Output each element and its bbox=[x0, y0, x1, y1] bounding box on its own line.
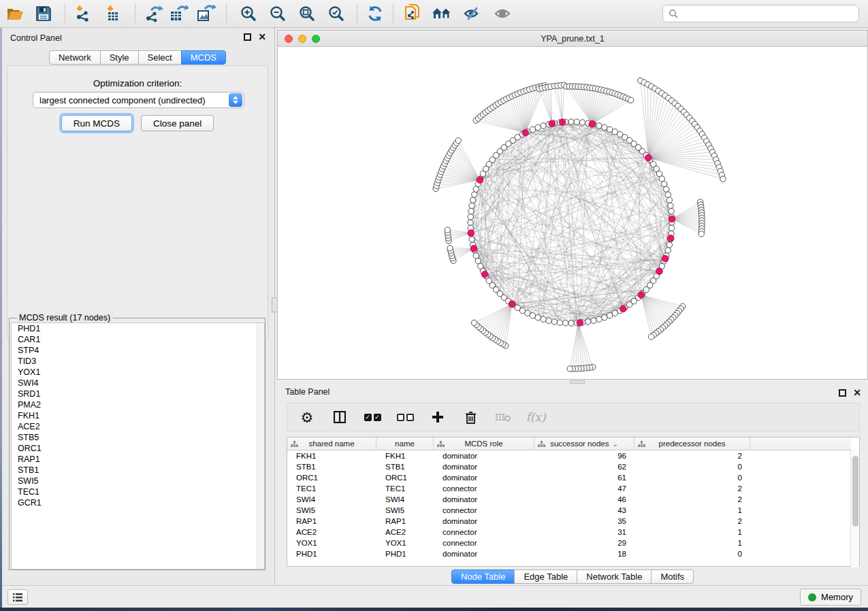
table-cell[interactable]: 96 bbox=[534, 450, 634, 461]
table-cell[interactable]: connector bbox=[434, 527, 534, 538]
network-leaf-node[interactable] bbox=[698, 231, 704, 237]
mcds-result-item[interactable]: TID3 bbox=[12, 356, 264, 367]
tab-mcds[interactable]: MCDS bbox=[181, 50, 226, 65]
network-mcds-node[interactable] bbox=[477, 177, 483, 184]
network-node[interactable] bbox=[574, 119, 579, 125]
network-node[interactable] bbox=[662, 181, 667, 186]
export-network-button[interactable] bbox=[140, 2, 167, 25]
table-cell[interactable]: STB1 bbox=[287, 461, 376, 472]
open-session-button[interactable] bbox=[1, 2, 29, 25]
table-cell[interactable]: 2 bbox=[634, 494, 750, 505]
network-node[interactable] bbox=[563, 320, 568, 326]
mcds-result-item[interactable]: SWI5 bbox=[12, 476, 264, 486]
network-mcds-node[interactable] bbox=[549, 120, 556, 127]
table-row[interactable]: STB1STB1dominator620 bbox=[287, 461, 851, 472]
network-node[interactable] bbox=[596, 316, 602, 322]
mcds-result-item[interactable]: STB1 bbox=[12, 465, 264, 476]
first-neighbors-button[interactable] bbox=[428, 2, 455, 25]
network-node[interactable] bbox=[568, 320, 574, 326]
table-cell[interactable]: 18 bbox=[534, 548, 634, 559]
table-row[interactable]: YOX1YOX1connector291 bbox=[287, 538, 851, 548]
network-node[interactable] bbox=[668, 203, 673, 208]
network-node[interactable] bbox=[557, 320, 562, 325]
table-cell[interactable]: connector bbox=[434, 505, 534, 516]
export-table-button[interactable] bbox=[165, 2, 193, 25]
network-leaf-node[interactable] bbox=[455, 137, 461, 143]
table-cell[interactable]: 2 bbox=[634, 516, 750, 527]
table-cell[interactable]: dominator bbox=[434, 450, 534, 461]
mcds-result-item[interactable]: YOX1 bbox=[12, 367, 264, 378]
table-scrollbar[interactable] bbox=[850, 450, 859, 567]
zoom-fit-button[interactable] bbox=[293, 2, 321, 25]
network-node[interactable] bbox=[568, 119, 574, 125]
network-mcds-node[interactable] bbox=[669, 216, 675, 222]
table-cell[interactable]: SWI5 bbox=[376, 505, 434, 516]
show-all-button[interactable] bbox=[489, 2, 516, 25]
table-cell[interactable]: 35 bbox=[534, 516, 634, 527]
table-cell[interactable]: 0 bbox=[634, 548, 750, 559]
table-cell[interactable]: 61 bbox=[534, 472, 634, 483]
network-node[interactable] bbox=[469, 237, 475, 242]
network-node[interactable] bbox=[602, 314, 607, 320]
network-mcds-node[interactable] bbox=[509, 301, 515, 308]
table-cell[interactable]: connector bbox=[434, 483, 534, 494]
table-cell[interactable]: ORC1 bbox=[376, 472, 434, 483]
import-network-button[interactable] bbox=[69, 2, 97, 25]
zoom-in-button[interactable] bbox=[235, 2, 262, 25]
network-node[interactable] bbox=[470, 197, 476, 203]
network-node[interactable] bbox=[666, 242, 672, 248]
network-mcds-node[interactable] bbox=[468, 230, 475, 237]
network-node[interactable] bbox=[546, 318, 551, 323]
new-network-from-selection-button[interactable] bbox=[399, 2, 426, 25]
table-cell[interactable]: TEC1 bbox=[376, 483, 434, 494]
network-node[interactable] bbox=[469, 203, 475, 208]
network-node[interactable] bbox=[535, 314, 541, 320]
apply-layout-button[interactable] bbox=[361, 2, 389, 25]
table-row[interactable]: ACE2ACE2connector311 bbox=[287, 527, 851, 538]
network-mcds-node[interactable] bbox=[559, 119, 566, 126]
close-panel-icon[interactable]: ✕ bbox=[258, 33, 266, 41]
zoom-out-button[interactable] bbox=[264, 2, 291, 25]
deselect-all-rows-button[interactable] bbox=[396, 407, 414, 427]
network-leaf-node[interactable] bbox=[720, 176, 726, 182]
export-image-button[interactable] bbox=[193, 2, 220, 25]
mcds-result-item[interactable]: GCR1 bbox=[12, 497, 264, 508]
network-node[interactable] bbox=[530, 127, 535, 132]
network-node[interactable] bbox=[541, 316, 546, 322]
run-mcds-button[interactable]: Run MCDS bbox=[61, 115, 132, 131]
table-cell[interactable]: FKH1 bbox=[376, 450, 434, 461]
table-row[interactable]: RAP1RAP1dominator352 bbox=[287, 516, 851, 527]
table-cell[interactable]: PHD1 bbox=[376, 548, 434, 559]
table-row[interactable]: SWI4SWI4dominator462 bbox=[287, 494, 851, 505]
network-node[interactable] bbox=[468, 220, 473, 225]
mcds-result-item[interactable]: RAP1 bbox=[12, 454, 264, 465]
table-cell[interactable]: connector bbox=[434, 538, 534, 548]
mcds-result-item[interactable]: ACE2 bbox=[12, 421, 264, 432]
mcds-result-item[interactable]: STB5 bbox=[12, 432, 264, 443]
delete-column-button[interactable] bbox=[462, 407, 479, 427]
network-node[interactable] bbox=[665, 248, 671, 253]
network-node[interactable] bbox=[475, 258, 481, 263]
network-node[interactable] bbox=[473, 186, 479, 192]
hide-selected-button[interactable] bbox=[459, 2, 486, 25]
network-node[interactable] bbox=[585, 319, 591, 325]
network-node[interactable] bbox=[541, 123, 546, 129]
task-history-button[interactable] bbox=[7, 589, 28, 605]
mcds-result-item[interactable]: ORC1 bbox=[12, 443, 264, 454]
mcds-result-item[interactable]: SRD1 bbox=[12, 389, 264, 399]
table-settings-button[interactable]: ⚙ bbox=[298, 407, 316, 427]
table-cell[interactable]: 1 bbox=[634, 505, 750, 516]
column-header-successor-nodes[interactable]: successor nodes⌄ bbox=[534, 437, 634, 450]
tab-motifs[interactable]: Motifs bbox=[651, 569, 694, 584]
select-all-rows-button[interactable]: ✓✓ bbox=[364, 407, 381, 427]
network-window-titlebar[interactable]: YPA_prune.txt_1 bbox=[278, 31, 867, 47]
zoom-selected-button[interactable] bbox=[323, 2, 350, 25]
mcds-result-item[interactable]: PHD1 bbox=[12, 323, 264, 334]
network-mcds-node[interactable] bbox=[589, 120, 596, 127]
table-row[interactable]: ORC1ORC1dominator610 bbox=[287, 472, 851, 483]
mcds-result-item[interactable]: TEC1 bbox=[12, 486, 264, 497]
network-mcds-node[interactable] bbox=[470, 246, 477, 252]
network-leaf-node[interactable] bbox=[628, 97, 633, 103]
table-cell[interactable]: YOX1 bbox=[376, 538, 434, 548]
table-cell[interactable]: 0 bbox=[634, 472, 750, 483]
